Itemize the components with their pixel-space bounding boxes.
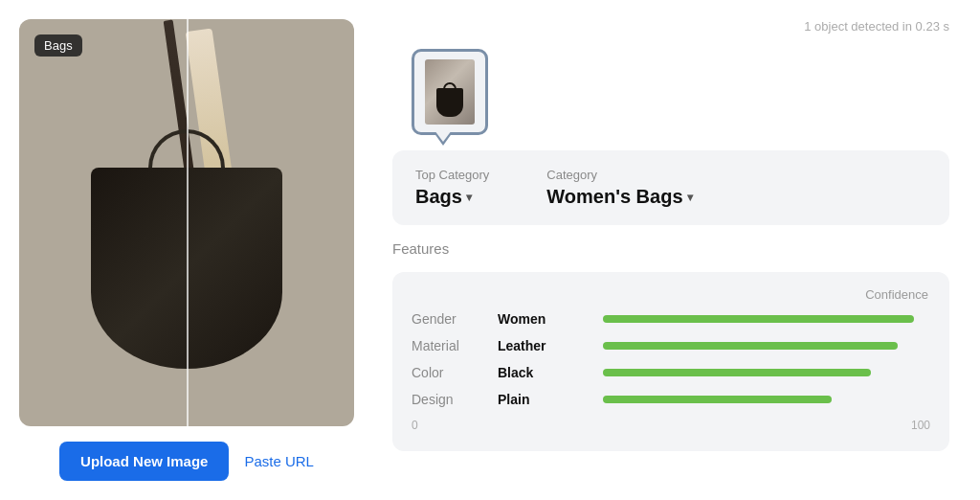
table-row: Design Plain	[412, 392, 930, 407]
bottom-buttons: Upload New Image Paste URL	[59, 442, 314, 481]
left-panel: Bags Upload New Image Paste URL	[0, 0, 373, 500]
image-container: Bags	[19, 19, 354, 426]
thumbnail-bubble	[412, 49, 488, 135]
detection-status: 1 object detected in 0.23 s	[392, 15, 949, 34]
table-row: Material Leather	[412, 338, 930, 353]
paste-url-link[interactable]: Paste URL	[244, 453, 314, 469]
confidence-bar-container	[603, 342, 930, 350]
category-group: Category Women's Bags ▾	[546, 168, 692, 208]
confidence-bar	[603, 342, 898, 350]
feature-name-label: Material	[412, 338, 498, 353]
features-card: Confidence Gender Women Material Leather…	[392, 272, 949, 451]
feature-rows: Gender Women Material Leather Color Blac…	[412, 311, 930, 407]
category-card: Top Category Bags ▾ Category Women's Bag…	[392, 150, 949, 225]
confidence-header: Confidence	[412, 287, 930, 302]
right-panel: 1 object detected in 0.23 s Top Category…	[373, 0, 980, 500]
top-category-value: Bags	[415, 186, 462, 208]
top-category-group: Top Category Bags ▾	[415, 168, 489, 208]
confidence-bar-container	[603, 396, 930, 403]
confidence-scale: 0 100	[412, 419, 930, 432]
feature-name-label: Gender	[412, 311, 498, 327]
confidence-bar-container	[603, 315, 930, 323]
top-category-label: Top Category	[415, 168, 489, 182]
thumbnail-image	[425, 59, 475, 125]
confidence-bar	[603, 369, 871, 376]
bags-overlay-label: Bags	[34, 34, 82, 57]
confidence-bar	[603, 396, 832, 403]
bag-image	[19, 19, 354, 426]
upload-button[interactable]: Upload New Image	[59, 442, 229, 481]
feature-value-label: Leather	[498, 338, 603, 353]
scale-min: 0	[412, 419, 418, 432]
confidence-bar-container	[603, 369, 930, 376]
category-value: Women's Bags	[546, 186, 682, 208]
top-category-arrow-icon: ▾	[466, 191, 472, 204]
feature-value-label: Black	[498, 365, 603, 380]
table-row: Color Black	[412, 365, 930, 380]
feature-name-label: Color	[412, 365, 498, 380]
scale-max: 100	[911, 419, 930, 432]
feature-name-label: Design	[412, 392, 498, 407]
feature-value-label: Plain	[498, 392, 603, 407]
confidence-bar	[603, 315, 914, 323]
table-row: Gender Women	[412, 311, 930, 327]
feature-value-label: Women	[498, 311, 603, 327]
top-category-dropdown[interactable]: Bags ▾	[415, 186, 489, 208]
category-dropdown[interactable]: Women's Bags ▾	[546, 186, 692, 208]
category-label: Category	[546, 168, 692, 182]
category-arrow-icon: ▾	[687, 191, 693, 204]
features-title: Features	[392, 240, 949, 257]
